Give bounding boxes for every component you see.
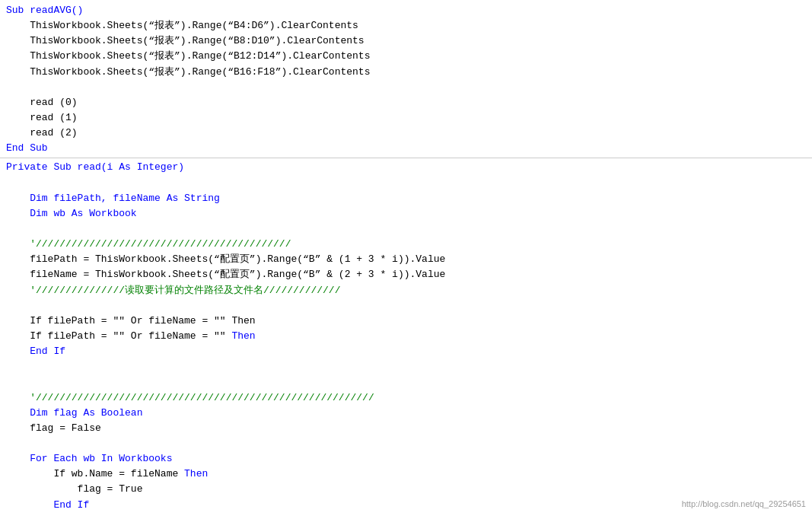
code-divider bbox=[0, 158, 812, 158]
code-line: flag = True bbox=[0, 482, 812, 497]
code-line: End Sub bbox=[0, 141, 812, 156]
code-line: Sub readAVG() bbox=[0, 3, 812, 18]
code-line: If wb.Name = fileName Then bbox=[0, 467, 812, 482]
code-line: filePath = ThisWorkbook.Sheets(“配置页”).Ra… bbox=[0, 252, 812, 267]
code-editor: Sub readAVG() ThisWorkbook.Sheets(“报表”).… bbox=[0, 0, 812, 516]
code-line: If filePath = "" Or fileName = "" Then bbox=[0, 329, 812, 344]
code-line: Next bbox=[0, 513, 812, 516]
code-line bbox=[0, 80, 812, 95]
code-line: '///////////////////////////////////////… bbox=[0, 390, 812, 406]
code-line bbox=[0, 359, 812, 374]
code-line: ThisWorkbook.Sheets(“报表”).Range(“B8:D10”… bbox=[0, 33, 812, 49]
code-line bbox=[0, 374, 812, 390]
code-line: '///////////////////////////////////////… bbox=[0, 237, 812, 252]
code-line: Dim wb As Workbook bbox=[0, 206, 812, 221]
code-line bbox=[0, 176, 812, 191]
code-line: Dim filePath, fileName As String bbox=[0, 191, 812, 206]
code-line: read (0) bbox=[0, 95, 812, 110]
code-line: flag = False bbox=[0, 421, 812, 436]
code-line: For Each wb In Workbooks bbox=[0, 451, 812, 467]
code-line: If filePath = "" Or fileName = "" Then bbox=[0, 314, 812, 329]
code-line: '///////////////读取要计算的文件路径及文件名//////////… bbox=[0, 283, 812, 298]
code-line: Private Sub read(i As Integer) bbox=[0, 160, 812, 175]
code-line bbox=[0, 298, 812, 314]
code-line: read (2) bbox=[0, 126, 812, 141]
code-line: Dim flag As Boolean bbox=[0, 406, 812, 421]
code-line: ThisWorkbook.Sheets(“报表”).Range(“B12:D14… bbox=[0, 49, 812, 64]
code-line bbox=[0, 221, 812, 237]
code-line: ThisWorkbook.Sheets(“报表”).Range(“B4:D6”)… bbox=[0, 18, 812, 33]
watermark: http://blog.csdn.net/qq_29254651 bbox=[682, 498, 806, 511]
code-line: fileName = ThisWorkbook.Sheets(“配置页”).Ra… bbox=[0, 267, 812, 282]
code-line bbox=[0, 436, 812, 451]
code-line: End If bbox=[0, 344, 812, 359]
code-line: ThisWorkbook.Sheets(“报表”).Range(“B16:F18… bbox=[0, 65, 812, 80]
code-line: read (1) bbox=[0, 110, 812, 126]
